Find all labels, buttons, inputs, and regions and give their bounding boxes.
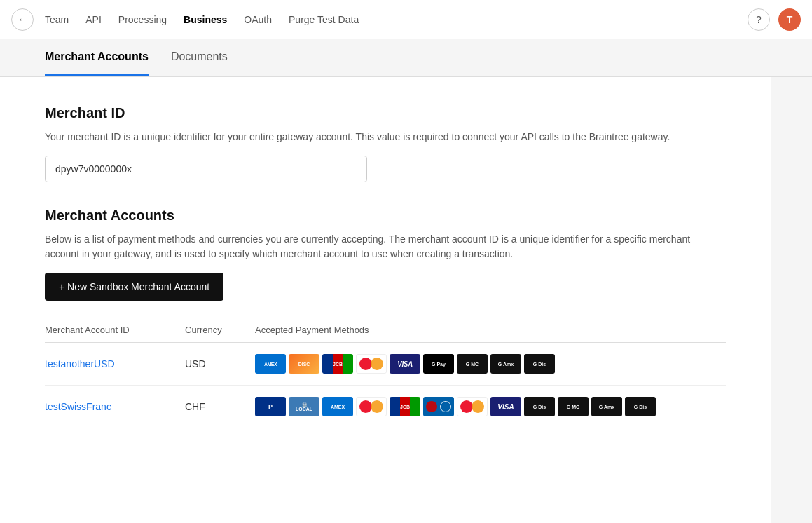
gpay-badge-1: G Pay — [423, 354, 454, 374]
nav-oauth[interactable]: OAuth — [244, 11, 272, 28]
currency-cell: USD — [185, 343, 255, 386]
merchant-id-title: Merchant ID — [45, 105, 726, 121]
nav-team[interactable]: Team — [45, 11, 69, 28]
payment-methods-cell-2: P 🏦 LOCAL AMEX — [255, 386, 726, 428]
payment-methods-list-2: P 🏦 LOCAL AMEX — [255, 397, 726, 416]
nav-links: Team API Processing Business OAuth Purge… — [45, 11, 748, 28]
account-id-link-2[interactable]: testSwissFranc — [45, 401, 111, 412]
mastercard-badge-3 — [457, 397, 488, 416]
back-icon: ← — [18, 14, 27, 25]
merchant-id-input[interactable] — [45, 156, 367, 182]
main-content: Merchant ID Your merchant ID is a unique… — [0, 77, 771, 523]
merchant-accounts-description: Below is a list of payment methods and c… — [45, 232, 726, 262]
payment-methods-cell: AMEX DISC JCB VISA — [255, 343, 726, 386]
discover-badge: DISC — [289, 354, 319, 374]
nav-processing[interactable]: Processing — [118, 11, 167, 28]
jcb-badge: JCB — [322, 354, 353, 374]
tab-documents[interactable]: Documents — [171, 39, 228, 76]
visa-badge: VISA — [390, 354, 420, 374]
local-badge: 🏦 LOCAL — [289, 397, 319, 416]
payment-methods-list: AMEX DISC JCB VISA — [255, 354, 726, 374]
merchant-accounts-title: Merchant Accounts — [45, 208, 726, 224]
gpay-badge-3: G Amx — [490, 354, 521, 374]
nav-api[interactable]: API — [85, 11, 102, 28]
maestro-badge — [423, 397, 454, 416]
tab-merchant-accounts[interactable]: Merchant Accounts — [45, 39, 149, 76]
gpay-badge-5: G Dis — [524, 397, 555, 416]
gpay-badge-4: G Dis — [524, 354, 555, 374]
col-header-id: Merchant Account ID — [45, 318, 185, 343]
gpay-badge-7: G Amx — [591, 397, 622, 416]
amex-badge-2: AMEX — [322, 397, 353, 416]
amex-badge: AMEX — [255, 354, 286, 374]
mastercard-badge — [356, 354, 387, 374]
merchant-id-section: Merchant ID Your merchant ID is a unique… — [45, 105, 726, 208]
back-button[interactable]: ← — [11, 8, 34, 31]
table-row: testanotherUSD USD AMEX DISC JCB — [45, 343, 726, 386]
avatar[interactable]: T — [778, 8, 801, 31]
help-button[interactable]: ? — [748, 8, 770, 31]
merchant-accounts-table: Merchant Account ID Currency Accepted Pa… — [45, 318, 726, 428]
nav-purge[interactable]: Purge Test Data — [289, 11, 359, 28]
sub-tabs: Merchant Accounts Documents — [0, 39, 812, 77]
table-row: testSwissFranc CHF P 🏦 LOCAL — [45, 386, 726, 428]
jcb-badge-2: JCB — [390, 397, 420, 416]
nav-business[interactable]: Business — [184, 11, 227, 28]
paypal-badge: P — [255, 397, 286, 416]
col-header-methods: Accepted Payment Methods — [255, 318, 726, 343]
gpay-badge-6: G MC — [558, 397, 589, 416]
account-id-link[interactable]: testanotherUSD — [45, 358, 115, 369]
col-header-currency: Currency — [185, 318, 255, 343]
gpay-badge-2: G MC — [457, 354, 488, 374]
gpay-badge-8: G Dis — [625, 397, 656, 416]
merchant-accounts-section: Merchant Accounts Below is a list of pay… — [45, 208, 726, 428]
top-nav: ← Team API Processing Business OAuth Pur… — [0, 0, 812, 39]
help-icon: ? — [756, 14, 762, 25]
visa-badge-2: VISA — [490, 397, 521, 416]
account-id-cell: testSwissFranc — [45, 386, 185, 428]
account-id-cell: testanotherUSD — [45, 343, 185, 386]
new-sandbox-merchant-button[interactable]: + New Sandbox Merchant Account — [45, 273, 223, 301]
merchant-id-description: Your merchant ID is a unique identifier … — [45, 130, 726, 144]
nav-right: ? T — [748, 8, 801, 31]
currency-cell: CHF — [185, 386, 255, 428]
mastercard-badge-2 — [356, 397, 387, 416]
